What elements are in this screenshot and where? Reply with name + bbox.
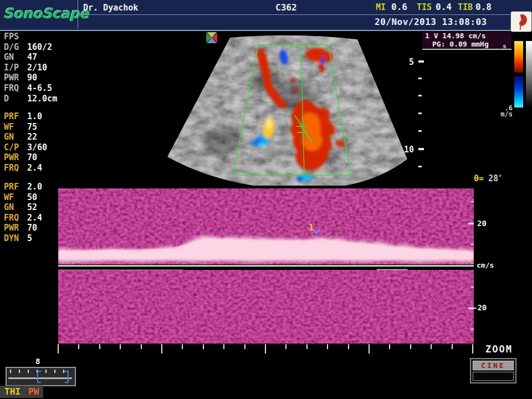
time-axis: [55, 344, 479, 356]
param-row: D/G160/2: [4, 42, 65, 53]
baseline-echo: [377, 269, 407, 270]
param-label: GN: [4, 132, 27, 142]
sector-image: [155, 30, 410, 186]
param-block-b-mode: FPS D/G160/2 GN47 I/P2/10 PWR90 FRQ4-6.5…: [4, 32, 65, 104]
param-label: WF: [4, 122, 27, 132]
slider-tick: [45, 370, 47, 373]
slider-bracket-left[interactable]: [37, 371, 41, 383]
header-divider-horizontal: [78, 14, 511, 15]
cine-slider[interactable]: [6, 367, 76, 386]
depth-tick: [418, 95, 422, 96]
slider-tick: [63, 370, 64, 373]
param-row: FRQ2.4: [4, 163, 65, 173]
param-value: 70: [27, 223, 37, 233]
depth-tick: [418, 112, 422, 114]
depth-tick: [418, 166, 422, 167]
param-value: 5: [27, 233, 32, 243]
param-label: GN: [4, 202, 27, 213]
thi-button[interactable]: THI: [0, 386, 21, 397]
angle-value: 28: [484, 173, 498, 183]
mi-value: 0.6: [391, 2, 407, 12]
param-row: PRF2.0: [4, 182, 65, 192]
param-value: 50: [27, 192, 37, 202]
slider-tick: [54, 370, 55, 373]
param-label: PRF: [4, 111, 27, 122]
velocity-unit: cm/s: [477, 261, 494, 269]
zoom-label: ZOOM: [485, 344, 513, 355]
measurement-marker: 1: [309, 223, 314, 233]
param-label: GN: [4, 52, 27, 63]
param-block-color-mode: PRF1.0 WF75 GN22 C/P3/60 PWR70 FRQ2.4: [4, 111, 65, 173]
color-scale-bar-reverse: [514, 76, 523, 108]
param-row: GN47: [4, 52, 65, 63]
velocity-label-bottom: -20: [473, 303, 487, 312]
slider-bracket-right[interactable]: [65, 371, 69, 383]
param-label: C/P: [4, 142, 27, 153]
slider-tick: [10, 370, 11, 373]
colorbar-top-label: s: [503, 43, 507, 50]
spectral-display: 1: [58, 188, 474, 344]
measurement-line-1: 1 V 14.98 cm/s: [422, 32, 511, 40]
param-label: PWR: [4, 223, 27, 233]
param-label: D/G: [4, 42, 27, 53]
param-value: 4-6.5: [27, 83, 52, 93]
param-row: FPS: [4, 32, 65, 42]
bodymark-tile[interactable]: [511, 12, 531, 32]
mi-label: MI: [376, 2, 386, 12]
baseline-echo: [58, 270, 183, 271]
measurement-line-2: PG: 0.09 mmHg: [422, 40, 511, 49]
param-row: D12.0cm: [4, 94, 65, 104]
tib-label: TIB: [458, 2, 473, 12]
param-value: 90: [27, 73, 37, 83]
param-value: 70: [27, 152, 37, 162]
param-block-pw-mode: PRF2.0 WF50 GN52 FRQ2.4 PWR70 DYN5: [4, 182, 65, 244]
tib-value: 0.8: [475, 2, 492, 12]
mode-chip-bar: THIPW: [0, 386, 43, 398]
param-value: 2.4: [27, 213, 42, 223]
param-value: 2.4: [27, 163, 42, 173]
param-row: FRQ4-6.5: [4, 83, 65, 94]
param-label: PRF: [4, 182, 27, 192]
b-mode-display: [155, 30, 410, 186]
param-row: C/P3/60: [4, 142, 65, 153]
colorbar-scale-label: .6 m/s: [487, 105, 513, 117]
param-row: GN22: [4, 132, 65, 142]
param-label: D: [4, 94, 27, 104]
theta-symbol: θ=: [474, 173, 484, 183]
spectral-baseline: [58, 265, 474, 267]
tis-label: TIS: [417, 2, 432, 12]
param-label: WF: [4, 192, 27, 203]
orientation-marker-icon: [206, 32, 217, 43]
param-value: 12.0cm: [27, 94, 57, 104]
depth-tick: [418, 78, 422, 79]
param-row: PWR90: [4, 73, 65, 83]
slider-tick: [28, 370, 29, 373]
cine-button-lower: [473, 372, 514, 381]
param-value: 1.0: [27, 111, 42, 121]
param-value: 47: [27, 52, 37, 62]
param-row: FRQ2.4: [4, 213, 65, 223]
param-value: 3/60: [27, 142, 47, 152]
header-bar: SonoScape Dr. Dyachok C362 MI 0.6 TIS 0.…: [0, 0, 532, 31]
probe-name: C362: [275, 2, 297, 13]
depth-tick: [418, 130, 422, 132]
cine-button[interactable]: CINE: [470, 358, 516, 383]
param-label: FRQ: [4, 213, 27, 223]
cine-button-label: CINE: [473, 361, 514, 370]
param-value: 2.0: [27, 182, 42, 192]
colorbar-scale-unit: m/s: [487, 111, 513, 117]
param-label: PWR: [4, 152, 27, 163]
tis-value: 0.4: [436, 2, 452, 12]
depth-label: 10: [404, 145, 414, 155]
depth-tick: [418, 60, 424, 63]
param-value: 52: [27, 202, 37, 212]
depth-tick: [418, 148, 424, 150]
param-row: PWR70: [4, 223, 65, 233]
gray-scale-bar: [526, 41, 532, 108]
date-time: 20/Nov/2013 13:08:03: [375, 17, 487, 27]
doctor-name: Dr. Dyachok: [83, 3, 138, 13]
pw-button[interactable]: PW: [21, 386, 39, 397]
param-label: I/P: [4, 63, 27, 73]
param-row: PWR70: [4, 152, 65, 163]
param-value: 22: [27, 132, 37, 142]
